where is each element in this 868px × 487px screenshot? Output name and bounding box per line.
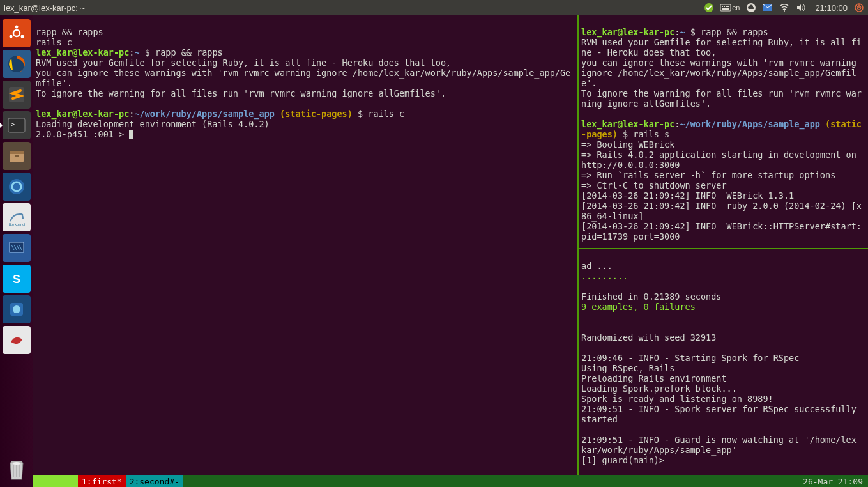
term-line: To ignore the warning for all files run … — [36, 88, 446, 98]
window-title: lex_kar@lex-kar-pc: ~ — [4, 3, 704, 13]
term-line: ad ... — [581, 261, 613, 271]
tmux-status-left — [33, 475, 78, 487]
mysql-workbench-icon[interactable]: Workbench — [3, 203, 31, 231]
trash-icon[interactable] — [3, 455, 31, 483]
term-line: ......... — [581, 271, 628, 281]
term-line: [2014-03-26 21:09:42] INFO ruby 2.0.0 (2… — [581, 201, 862, 221]
tmux-pane-left[interactable]: rapp && rapps rails c lex_kar@lex-kar-pc… — [33, 15, 577, 487]
irb-prompt: 2.0.0-p451 :001 > — [36, 129, 129, 139]
term-line: To ignore the warning for all files run … — [581, 88, 862, 109]
term-line: Loading Spork.prefork block... — [581, 383, 737, 394]
keyboard-lang: en — [732, 4, 740, 12]
svg-rect-3 — [724, 6, 725, 7]
volume-icon[interactable] — [796, 3, 806, 13]
term-line: Spork is ready and listening on 8989! — [581, 394, 773, 404]
svg-rect-5 — [727, 6, 729, 7]
svg-point-14 — [21, 35, 24, 38]
tmux-right-column: lex_kar@lex-kar-pc:~ $ rapp && rapps RVM… — [577, 15, 868, 487]
unity-launcher: >_ Workbench S — [0, 15, 33, 487]
terminal-icon[interactable]: >_ — [3, 111, 31, 139]
term-line: Preloading Rails environment — [581, 373, 727, 383]
cloud-icon[interactable] — [746, 3, 756, 13]
svg-rect-25 — [10, 242, 24, 252]
prompt-user: lex_kar@lex-kar-pc — [36, 47, 129, 58]
term-line: => Rails 4.0.2 application starting in d… — [581, 150, 862, 170]
term-line: [2014-03-26 21:09:42] INFO WEBrick 1.3.1 — [581, 190, 794, 201]
svg-rect-2 — [722, 6, 723, 7]
app-icon-1[interactable] — [3, 173, 31, 201]
term-line: 21:09:51 - INFO - Guard is now watching … — [581, 435, 862, 455]
prompt-command: rapp && rapps — [701, 27, 768, 37]
term-line: Using RSpec, Rails — [581, 363, 674, 373]
term-line: [2014-03-26 21:09:42] INFO WEBrick::HTTP… — [581, 221, 867, 242]
term-line: Randomized with seed 32913 — [581, 332, 716, 343]
cursor-icon — [129, 130, 133, 139]
virtualbox-icon[interactable] — [3, 234, 31, 262]
svg-text:S: S — [13, 273, 20, 286]
app-icon-2[interactable] — [3, 295, 31, 323]
tmux-window-1[interactable]: 1:first* — [78, 475, 126, 487]
dash-icon[interactable] — [3, 19, 31, 47]
tmux-status-bar: 1:first* 2:second#- 26-Mar 21:09 — [33, 475, 868, 487]
prompt-branch: (static-pages) — [280, 109, 353, 119]
files-icon[interactable] — [3, 142, 31, 170]
svg-rect-21 — [10, 151, 24, 154]
term-line: you can ignore these warnings with 'rvm … — [581, 58, 862, 88]
sync-ok-icon[interactable] — [704, 3, 714, 13]
prompt-command: rails s — [633, 129, 669, 139]
network-icon[interactable] — [779, 3, 789, 13]
top-panel: lex_kar@lex-kar-pc: ~ en 21:10:00 — [0, 0, 868, 15]
prompt-user: lex_kar@lex-kar-pc — [581, 27, 674, 37]
term-line: rapp && rapps — [36, 27, 103, 37]
term-line: => Booting WEBrick — [581, 139, 674, 150]
tmux-pane-right-bottom[interactable]: ad ... ......... Finished in 0.21389 sec… — [579, 249, 868, 487]
svg-point-12 — [13, 30, 20, 36]
prompt-path: ~ — [134, 47, 139, 58]
prompt-user: lex_kar@lex-kar-pc — [36, 109, 129, 119]
svg-rect-6 — [722, 8, 729, 10]
term-line: 21:09:46 - INFO - Starting Spork for RSp… — [581, 353, 799, 363]
terminal-area: rapp && rapps rails c lex_kar@lex-kar-pc… — [33, 15, 868, 487]
svg-rect-4 — [726, 6, 727, 7]
firefox-icon[interactable] — [3, 50, 31, 78]
term-line: 21:09:51 - INFO - Spork server for RSpec… — [581, 404, 862, 424]
tmux-status-right: 26-Mar 21:09 — [798, 475, 868, 487]
term-line: => Ctrl-C to shutdown server — [581, 180, 727, 190]
keyboard-icon[interactable]: en — [720, 3, 740, 13]
term-line: => Run `rails server -h` for more startu… — [581, 170, 835, 180]
prompt-command: rails c — [368, 109, 404, 119]
svg-point-30 — [13, 462, 20, 465]
prompt-user: lex_kar@lex-kar-pc — [581, 119, 674, 129]
sublime-icon[interactable] — [3, 81, 31, 109]
skype-icon[interactable]: S — [3, 265, 31, 293]
rspec-result: 9 examples, 0 failures — [581, 302, 696, 312]
app-icon-3[interactable] — [3, 326, 31, 354]
term-line: RVM used your Gemfile for selecting Ruby… — [581, 37, 862, 58]
prompt-command: rapp && rapps — [155, 47, 223, 58]
power-icon[interactable] — [854, 3, 864, 13]
term-line: Loading development environment (Rails 4… — [36, 119, 270, 129]
system-tray: en 21:10:00 — [704, 3, 864, 13]
svg-text:>_: >_ — [11, 121, 19, 128]
prompt-path: ~ — [680, 27, 685, 37]
svg-point-15 — [10, 35, 13, 38]
prompt-path: ~/work/ruby/Apps/sample_app — [134, 109, 274, 119]
term-line: you can ignore these warnings with 'rvm … — [36, 68, 570, 88]
svg-text:Workbench: Workbench — [9, 222, 26, 226]
term-line: rails c — [36, 37, 72, 47]
term-line: Finished in 0.21389 seconds — [581, 291, 721, 302]
guard-prompt: [1] guard(main)> — [581, 455, 664, 465]
mail-icon[interactable] — [763, 3, 773, 13]
tmux-pane-right-top[interactable]: lex_kar@lex-kar-pc:~ $ rapp && rapps RVM… — [579, 15, 868, 249]
svg-rect-22 — [15, 155, 19, 157]
svg-point-13 — [15, 26, 19, 29]
svg-point-29 — [13, 305, 20, 313]
svg-rect-1 — [720, 4, 731, 11]
prompt-path: ~/work/ruby/Apps/sample_app — [680, 119, 819, 129]
tmux-window-2[interactable]: 2:second#- — [126, 475, 183, 487]
svg-point-9 — [784, 10, 785, 12]
term-line: RVM used your Gemfile for selecting Ruby… — [36, 58, 451, 68]
clock[interactable]: 21:10:00 — [815, 3, 848, 13]
